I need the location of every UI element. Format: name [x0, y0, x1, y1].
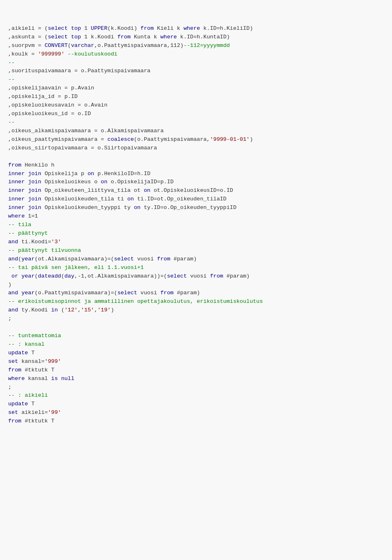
code-editor: ,aikieli = (select top 1 UPPER(k.Koodi) … — [0, 0, 392, 560]
code-text: ,aikieli = (select top 1 UPPER(k.Koodi) … — [8, 24, 384, 426]
